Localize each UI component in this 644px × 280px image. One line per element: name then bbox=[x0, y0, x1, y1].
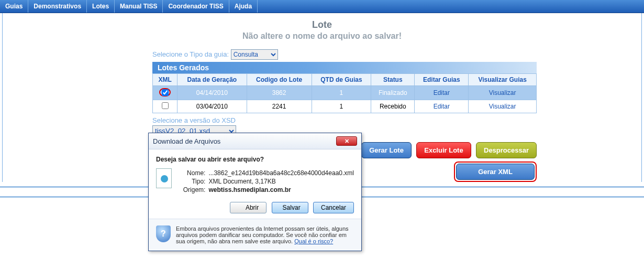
excluir-lote-button[interactable]: Excluir Lote bbox=[416, 142, 471, 158]
gerar-xml-highlight: Gerar XML bbox=[454, 161, 537, 182]
th-qtd: QTD de Guias bbox=[312, 74, 371, 86]
label-tipo: Tipo: bbox=[179, 178, 205, 185]
cell-codigo: 2241 bbox=[247, 100, 312, 113]
editar-link[interactable]: Editar bbox=[434, 89, 450, 96]
visualizar-link[interactable]: Visualizar bbox=[489, 103, 516, 110]
gerar-xml-button[interactable]: Gerar XML bbox=[456, 164, 535, 180]
visualizar-link[interactable]: Visualizar bbox=[489, 89, 516, 96]
label-nome: Nome: bbox=[179, 169, 205, 177]
table-row[interactable]: 04/14/2010 3862 1 Finalizado Editar Visu… bbox=[153, 86, 537, 100]
menu-item-lotes[interactable]: Lotes bbox=[87, 0, 115, 13]
menu-item-coordenador-tiss[interactable]: Coordenador TISS bbox=[163, 0, 229, 13]
row-checkbox[interactable] bbox=[162, 102, 169, 109]
menu-item-ajuda[interactable]: Ajuda bbox=[229, 0, 258, 13]
tipo-guia-select[interactable]: Consulta bbox=[231, 49, 278, 60]
value-origem: webtiss.hsmediplan.com.br bbox=[208, 186, 291, 193]
download-dialog: Download de Arquivos ✕ Deseja salvar ou … bbox=[148, 133, 362, 198]
xsd-label: Selecione a versão do XSD bbox=[152, 116, 236, 124]
file-details: Nome:...3862_e124d19b84ba6a48c2c68e4000d… bbox=[179, 168, 354, 195]
tipo-guia-row: Selecione o Tipo da guia: Consulta bbox=[152, 49, 641, 60]
editar-link[interactable]: Editar bbox=[434, 103, 450, 110]
th-status: Status bbox=[371, 74, 415, 86]
cell-qtd: 1 bbox=[312, 100, 371, 113]
cell-data: 04/14/2010 bbox=[177, 86, 247, 100]
page-title: Lote bbox=[3, 19, 641, 30]
th-xml: XML bbox=[153, 74, 177, 86]
dialog-body: Deseja salvar ou abrir este arquivo? Nom… bbox=[149, 149, 361, 198]
close-icon[interactable]: ✕ bbox=[336, 136, 357, 146]
th-visualizar: Visualizar Guias bbox=[469, 74, 537, 86]
th-editar: Editar Guias bbox=[415, 74, 469, 86]
menu-item-guias[interactable]: Guias bbox=[0, 0, 28, 13]
lotes-table: XML Data de Geração Codigo do Lote QTD d… bbox=[152, 73, 537, 113]
dialog-question: Deseja salvar ou abrir este arquivo? bbox=[156, 156, 354, 163]
cell-qtd: 1 bbox=[312, 86, 371, 100]
tipo-guia-label: Selecione o Tipo da guia: bbox=[152, 50, 229, 58]
menu-item-manual-tiss[interactable]: Manual TISS bbox=[115, 0, 163, 13]
dialog-titlebar: Download de Arquivos ✕ bbox=[149, 133, 361, 149]
menu-item-demonstrativos[interactable]: Demonstrativos bbox=[28, 0, 87, 13]
value-tipo: XML Document, 3,17KB bbox=[208, 178, 275, 185]
cell-data: 03/04/2010 bbox=[177, 100, 247, 113]
th-codigo: Codigo do Lote bbox=[247, 74, 312, 86]
cell-status: Recebido bbox=[371, 100, 415, 113]
lotes-panel: Lotes Gerados XML Data de Geração Codigo… bbox=[152, 62, 537, 113]
lotes-panel-header: Lotes Gerados bbox=[152, 62, 537, 73]
dialog-title: Download de Arquivos bbox=[153, 137, 220, 145]
page-subtitle: Não altere o nome do arquivo ao salvar! bbox=[3, 31, 641, 41]
row-checkbox[interactable] bbox=[162, 89, 169, 96]
menubar: Guias Demonstrativos Lotes Manual TISS C… bbox=[0, 0, 644, 13]
value-nome: ...3862_e124d19b84ba6a48c2c68e4000d4eaa0… bbox=[208, 169, 354, 177]
table-row[interactable]: 03/04/2010 2241 1 Recebido Editar Visual… bbox=[153, 100, 537, 113]
cell-codigo: 3862 bbox=[247, 86, 312, 100]
th-data: Data de Geração bbox=[177, 74, 247, 86]
file-icon bbox=[156, 168, 172, 188]
desprocessar-button[interactable]: Desprocessar bbox=[476, 142, 537, 158]
row-checkbox-highlight bbox=[159, 88, 171, 96]
gerar-lote-button[interactable]: Gerar Lote bbox=[361, 142, 412, 158]
label-origem: Origem: bbox=[179, 186, 205, 193]
cell-status: Finalizado bbox=[371, 86, 415, 100]
dialog-file-info: Nome:...3862_e124d19b84ba6a48c2c68e4000d… bbox=[156, 168, 354, 195]
